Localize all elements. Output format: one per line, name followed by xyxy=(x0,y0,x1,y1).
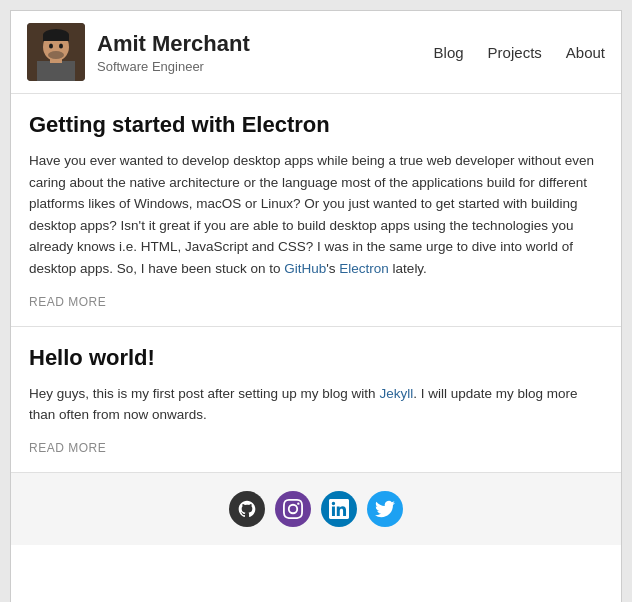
svg-point-8 xyxy=(48,51,64,59)
svg-rect-5 xyxy=(43,35,69,41)
read-more-helloworld[interactable]: READ MORE xyxy=(29,441,106,455)
social-twitter-icon[interactable] xyxy=(367,491,403,527)
site-nav: Blog Projects About xyxy=(434,44,605,61)
site-title-block: Amit Merchant Software Engineer xyxy=(97,31,434,74)
page-wrapper: Amit Merchant Software Engineer Blog Pro… xyxy=(10,10,622,602)
site-footer xyxy=(11,472,621,545)
post-link-jekyll[interactable]: Jekyll xyxy=(379,386,413,401)
post-link-electron[interactable]: Electron xyxy=(339,261,389,276)
post-link-github[interactable]: GitHub xyxy=(284,261,326,276)
post-title-electron: Getting started with Electron xyxy=(29,112,603,138)
social-instagram-icon[interactable] xyxy=(275,491,311,527)
svg-point-7 xyxy=(59,44,63,49)
nav-about[interactable]: About xyxy=(566,44,605,61)
post-helloworld: Hello world! Hey guys, this is my first … xyxy=(11,327,621,472)
read-more-electron[interactable]: READ MORE xyxy=(29,295,106,309)
avatar xyxy=(27,23,85,81)
social-github-icon[interactable] xyxy=(229,491,265,527)
main-content: Getting started with Electron Have you e… xyxy=(11,94,621,472)
svg-point-6 xyxy=(49,44,53,49)
post-excerpt-electron: Have you ever wanted to develop desktop … xyxy=(29,150,603,280)
post-title-helloworld: Hello world! xyxy=(29,345,603,371)
nav-blog[interactable]: Blog xyxy=(434,44,464,61)
site-author-name: Amit Merchant xyxy=(97,31,434,57)
post-electron: Getting started with Electron Have you e… xyxy=(11,94,621,327)
social-linkedin-icon[interactable] xyxy=(321,491,357,527)
post-excerpt-helloworld: Hey guys, this is my first post after se… xyxy=(29,383,603,426)
svg-rect-1 xyxy=(37,61,75,81)
nav-projects[interactable]: Projects xyxy=(488,44,542,61)
site-author-title: Software Engineer xyxy=(97,59,434,74)
site-header: Amit Merchant Software Engineer Blog Pro… xyxy=(11,11,621,94)
